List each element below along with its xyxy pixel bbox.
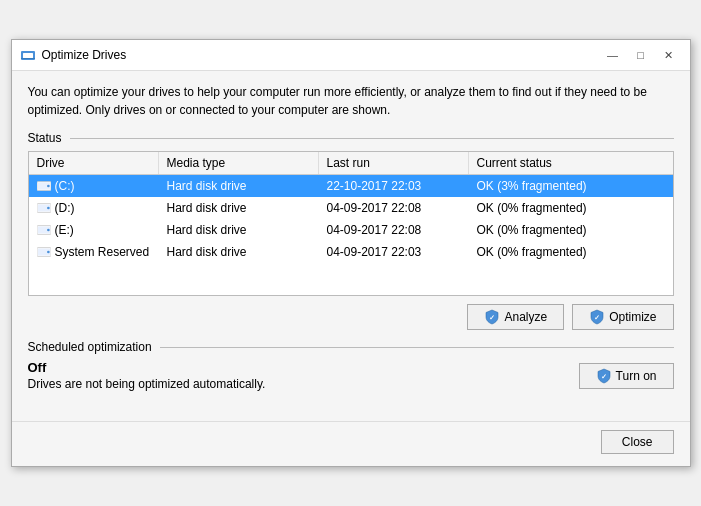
description-text: You can optimize your drives to help you… bbox=[28, 83, 674, 119]
table-header: Drive Media type Last run Current status bbox=[29, 152, 673, 175]
title-controls: — □ ✕ bbox=[600, 46, 682, 64]
action-buttons-row: ✓ Analyze ✓ Optimize bbox=[28, 304, 674, 330]
drive-icon bbox=[37, 246, 51, 258]
table-row[interactable]: System Reserved Hard disk drive 04-09-20… bbox=[29, 241, 673, 263]
col-header-current-status: Current status bbox=[469, 152, 673, 174]
status-section-header: Status bbox=[28, 131, 674, 145]
scheduled-label: Scheduled optimization bbox=[28, 340, 152, 354]
col-header-last-run: Last run bbox=[319, 152, 469, 174]
status-cell: OK (0% fragmented) bbox=[469, 197, 673, 219]
dialog-footer: Close bbox=[12, 421, 690, 466]
media-type-cell: Hard disk drive bbox=[159, 219, 319, 241]
media-type-cell: Hard disk drive bbox=[159, 241, 319, 263]
status-label: Status bbox=[28, 131, 62, 145]
shield-turn-on-icon: ✓ bbox=[596, 368, 612, 384]
svg-text:✓: ✓ bbox=[601, 373, 607, 380]
scheduled-description: Drives are not being optimized automatic… bbox=[28, 377, 579, 391]
last-run-cell: 04-09-2017 22:03 bbox=[319, 241, 469, 263]
scheduled-status: Off bbox=[28, 360, 579, 375]
drive-cell: System Reserved bbox=[29, 241, 159, 263]
svg-point-8 bbox=[47, 207, 50, 210]
shield-analyze-icon: ✓ bbox=[484, 309, 500, 325]
window-content: You can optimize your drives to help you… bbox=[12, 71, 690, 415]
window-close-button[interactable]: ✕ bbox=[656, 46, 682, 64]
drive-icon bbox=[37, 202, 51, 214]
table-row[interactable]: (C:) Hard disk drive 22-10-2017 22:03 OK… bbox=[29, 175, 673, 197]
scheduled-info: Off Drives are not being optimized autom… bbox=[28, 360, 579, 391]
svg-text:✓: ✓ bbox=[489, 314, 495, 321]
maximize-button[interactable]: □ bbox=[628, 46, 654, 64]
turn-on-button[interactable]: ✓ Turn on bbox=[579, 363, 674, 389]
drive-cell: (D:) bbox=[29, 197, 159, 219]
media-type-cell: Hard disk drive bbox=[159, 197, 319, 219]
svg-point-11 bbox=[47, 229, 50, 232]
scheduled-section-header: Scheduled optimization bbox=[28, 340, 674, 354]
last-run-cell: 04-09-2017 22:08 bbox=[319, 197, 469, 219]
svg-point-14 bbox=[47, 251, 50, 254]
window-icon bbox=[20, 47, 36, 63]
status-divider bbox=[70, 138, 674, 139]
title-bar: Optimize Drives — □ ✕ bbox=[12, 40, 690, 71]
table-body: (C:) Hard disk drive 22-10-2017 22:03 OK… bbox=[29, 175, 673, 295]
status-cell: OK (0% fragmented) bbox=[469, 241, 673, 263]
drive-icon bbox=[37, 224, 51, 236]
svg-rect-1 bbox=[23, 53, 33, 58]
col-header-media-type: Media type bbox=[159, 152, 319, 174]
drive-cell: (C:) bbox=[29, 175, 159, 197]
optimize-button[interactable]: ✓ Optimize bbox=[572, 304, 673, 330]
drive-icon bbox=[37, 180, 51, 192]
optimize-drives-window: Optimize Drives — □ ✕ You can optimize y… bbox=[11, 39, 691, 467]
drive-cell: (E:) bbox=[29, 219, 159, 241]
close-dialog-button[interactable]: Close bbox=[601, 430, 674, 454]
shield-optimize-icon: ✓ bbox=[589, 309, 605, 325]
last-run-cell: 22-10-2017 22:03 bbox=[319, 175, 469, 197]
scheduled-optimization-section: Scheduled optimization Off Drives are no… bbox=[28, 340, 674, 391]
status-cell: OK (0% fragmented) bbox=[469, 219, 673, 241]
status-cell: OK (3% fragmented) bbox=[469, 175, 673, 197]
svg-text:✓: ✓ bbox=[594, 314, 600, 321]
table-row[interactable]: (D:) Hard disk drive 04-09-2017 22:08 OK… bbox=[29, 197, 673, 219]
scheduled-divider bbox=[160, 347, 674, 348]
table-row[interactable]: (E:) Hard disk drive 04-09-2017 22:08 OK… bbox=[29, 219, 673, 241]
media-type-cell: Hard disk drive bbox=[159, 175, 319, 197]
col-header-drive: Drive bbox=[29, 152, 159, 174]
last-run-cell: 04-09-2017 22:08 bbox=[319, 219, 469, 241]
minimize-button[interactable]: — bbox=[600, 46, 626, 64]
window-title: Optimize Drives bbox=[42, 48, 600, 62]
svg-point-5 bbox=[47, 185, 50, 188]
scheduled-content: Off Drives are not being optimized autom… bbox=[28, 360, 674, 391]
drive-table: Drive Media type Last run Current status… bbox=[28, 151, 674, 296]
svg-rect-2 bbox=[21, 58, 35, 59]
analyze-button[interactable]: ✓ Analyze bbox=[467, 304, 564, 330]
